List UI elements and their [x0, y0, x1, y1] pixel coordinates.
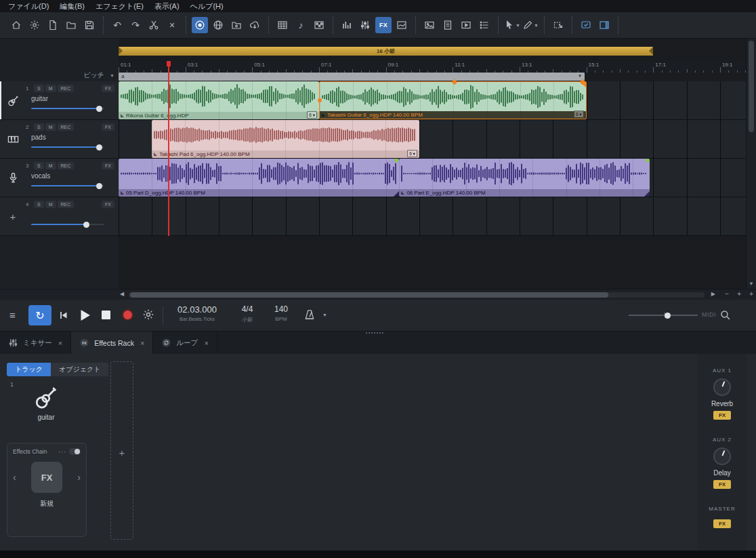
mic-icon[interactable]: [0, 159, 26, 197]
skip-to-start-button[interactable]: [58, 310, 69, 323]
zoom-out-icon[interactable]: −: [725, 290, 729, 298]
track-header-4[interactable]: +4SMRECFX: [0, 197, 119, 236]
stop-button[interactable]: [102, 311, 110, 319]
chain-prev-icon[interactable]: ‹: [13, 472, 16, 483]
new-project-button[interactable]: [45, 17, 61, 33]
open-project-button[interactable]: [63, 17, 79, 33]
redo-button[interactable]: ↷: [127, 17, 144, 33]
audio-clip-3[interactable]: Takashi Pad 6_ogg.HDP 140.00 BPM6 ▾: [152, 120, 419, 158]
fade-handle-icon[interactable]: [121, 114, 124, 117]
scroll-right-icon[interactable]: ▶: [711, 291, 715, 297]
signature-display[interactable]: 4/4 小節: [234, 304, 260, 323]
timeline-ruler[interactable]: 01:103:105:107:109:111:113:115:117:119:1: [119, 61, 746, 73]
slider-thumb[interactable]: [96, 183, 102, 189]
transport-settings-icon[interactable]: [142, 308, 154, 323]
fade-handle-icon[interactable]: [154, 153, 157, 156]
settings-button[interactable]: [26, 17, 43, 33]
record-arm-button-track-1[interactable]: REC: [58, 85, 75, 92]
document-button[interactable]: [440, 17, 456, 33]
aux-fx-badge[interactable]: FX: [713, 480, 731, 489]
volume-slider-track-1[interactable]: [31, 105, 104, 112]
mute-button-track-4[interactable]: M: [45, 201, 56, 208]
lane-track-3[interactable]: 05 Part D_ogg.HDP 140.00 BPM06 Part E_og…: [119, 159, 746, 197]
volume-slider-track-4[interactable]: [31, 221, 104, 228]
guitar-icon[interactable]: [33, 384, 60, 414]
close-icon[interactable]: ×: [58, 339, 62, 347]
solo-button-track-2[interactable]: S: [34, 123, 44, 131]
scroll-left-icon[interactable]: ◀: [120, 291, 124, 297]
new-effect-label[interactable]: 新規: [7, 499, 86, 509]
fade-handle-icon[interactable]: [322, 113, 325, 117]
media-pool-button[interactable]: [228, 17, 245, 33]
dock-tab-effects-rack[interactable]: FXEffects Rack×: [71, 332, 153, 354]
side-panel-button[interactable]: [596, 17, 612, 33]
hub-button[interactable]: [192, 17, 208, 33]
solo-button-track-3[interactable]: S: [34, 162, 44, 170]
delete-button[interactable]: ×: [164, 17, 180, 33]
slider-thumb[interactable]: [83, 222, 89, 228]
chevron-down-icon[interactable]: ▼: [578, 74, 582, 78]
video-button[interactable]: [458, 17, 474, 33]
audio-clip-2[interactable]: Takashi Guitar 6_ogg.HDP 140.00 BPM6 ▾: [319, 81, 587, 119]
master-volume-slider[interactable]: [629, 312, 698, 319]
add-track-icon[interactable]: +: [0, 197, 26, 235]
dock-resize-handle[interactable]: [366, 332, 383, 334]
fx-button-track-3[interactable]: FX: [102, 162, 114, 170]
aux-fx-badge[interactable]: FX: [713, 411, 731, 420]
dock-tab-mixer[interactable]: ミキサー×: [0, 332, 71, 354]
fx-button-track-1[interactable]: FX: [102, 85, 114, 92]
lane-track-4[interactable]: [119, 197, 746, 236]
mute-button-track-2[interactable]: M: [45, 123, 56, 131]
menu-effects[interactable]: エフェクト(E): [90, 1, 149, 12]
web-button[interactable]: [210, 17, 226, 33]
menu-view[interactable]: 表示(A): [149, 1, 185, 12]
effect-drop-zone[interactable]: +: [110, 361, 133, 540]
play-button[interactable]: [77, 308, 92, 325]
transport-menu-icon[interactable]: ≡: [9, 309, 16, 321]
time-display[interactable]: 02.03.000 Bar.Beats.Ticks: [168, 304, 226, 322]
visualizer-button[interactable]: [339, 17, 355, 33]
keys-icon[interactable]: [0, 120, 26, 158]
save-button[interactable]: [81, 17, 98, 33]
menu-help[interactable]: ヘルプ(H): [185, 1, 229, 12]
horizontal-scrollbar-thumb[interactable]: [130, 292, 608, 298]
select-tool-button[interactable]: ▼: [504, 17, 520, 33]
fx-button-track-4[interactable]: FX: [102, 201, 114, 208]
record-arm-button-track-2[interactable]: REC: [58, 123, 75, 131]
track-header-2[interactable]: 2SMRECFXpads: [0, 120, 119, 159]
record-button[interactable]: [122, 309, 133, 321]
lane-track-1[interactable]: Rikona Guitar 6_ogg.HDP6 ▾Takashi Guitar…: [119, 81, 746, 120]
loop-toggle-button[interactable]: ↻: [28, 305, 51, 325]
track-header-3[interactable]: 3SMRECFXvocals: [0, 159, 119, 197]
guitar-icon[interactable]: [0, 81, 26, 119]
monitor-check-button[interactable]: [578, 17, 594, 33]
fx-rack-button[interactable]: FX: [375, 17, 392, 33]
list-button[interactable]: [476, 17, 492, 33]
record-arm-button-track-3[interactable]: REC: [58, 162, 75, 170]
slider-thumb[interactable]: [96, 106, 102, 112]
vertical-zoom-in-icon[interactable]: +: [749, 290, 753, 298]
menu-file[interactable]: ファイル(D): [3, 1, 54, 12]
fade-handle-icon[interactable]: [121, 191, 124, 195]
image-button[interactable]: [421, 17, 438, 33]
fade-handle-icon[interactable]: [401, 191, 404, 195]
loop-count-badge[interactable]: 6 ▾: [307, 111, 317, 119]
volume-slider-track-2[interactable]: [31, 144, 104, 151]
mixer-view-button[interactable]: [357, 17, 373, 33]
mute-button-track-3[interactable]: M: [45, 162, 56, 170]
track-header-1[interactable]: 1SMRECFXguitar: [0, 81, 119, 120]
effects-chain-toggle[interactable]: [69, 448, 81, 455]
volume-slider-track-3[interactable]: [31, 182, 104, 189]
clip-fade-handle[interactable]: [581, 82, 586, 87]
grid-editor-button[interactable]: [274, 17, 291, 33]
scroll-down-icon[interactable]: ▼: [747, 281, 756, 287]
audio-clip-4[interactable]: 05 Part D_ogg.HDP 140.00 BPM: [119, 159, 399, 197]
cut-button[interactable]: [146, 17, 162, 33]
fx-button-track-2[interactable]: FX: [102, 123, 114, 131]
horizontal-scrollbar[interactable]: [129, 292, 705, 298]
vertical-scrollbar[interactable]: ▼: [746, 39, 756, 289]
range-bar[interactable]: a ▼: [119, 73, 585, 81]
loop-count-badge[interactable]: 6 ▾: [407, 150, 417, 157]
search-icon[interactable]: [719, 309, 731, 323]
tempo-display[interactable]: 140 BPM: [268, 304, 294, 322]
